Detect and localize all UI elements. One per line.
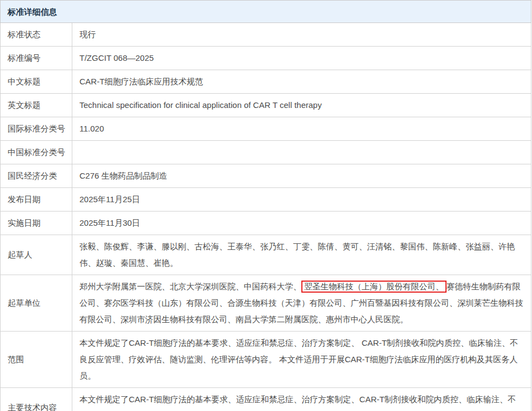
table-header-row: 标准详细信息 [1,1,531,23]
highlight-box: 翌圣生物科技（上海）股份有限公司、 [301,281,447,293]
field-label: 主要技术内容 [1,388,72,411]
field-value: 11.020 [72,117,531,141]
table-row-standard-number: 标准编号 T/ZGCIT 068—2025 [1,47,531,70]
table-row-scope: 范围 本文件规定了CAR-T细胞疗法的基本要求、适应症和禁忌症、治疗方案制定、 … [1,332,531,388]
field-value: 本文件规定了CAR-T细胞疗法的基本要求、适应症和禁忌症、治疗方案制定、 CAR… [72,332,531,388]
field-label: 起草人 [1,235,72,275]
field-value: T/ZGCIT 068—2025 [72,47,531,70]
table-row-economy-category: 国民经济分类 C276 生物药品制品制造 [1,164,531,188]
field-value: Technical specification for clinical app… [72,94,531,117]
field-label: 国民经济分类 [1,164,72,188]
field-label: 发布日期 [1,188,72,212]
org-list-prefix: 郑州大学附属第一医院、北京大学深圳医院、中国药科大学、 [79,282,301,291]
field-label: 英文标题 [1,94,72,117]
field-label: 实施日期 [1,212,72,235]
field-value [72,141,531,164]
field-value: CAR-T细胞疗法临床应用技术规范 [72,70,531,94]
field-value: C276 生物药品制品制造 [72,164,531,188]
field-label: 起草单位 [1,275,72,332]
table-row-ccs-number: 中国标准分类号 [1,141,531,164]
table-row-chinese-title: 中文标题 CAR-T细胞疗法临床应用技术规范 [1,70,531,94]
table-row-main-technical-content: 主要技术内容 本文件规定了CAR-T细胞疗法的基本要求、适应症和禁忌症、治疗方案… [1,388,531,411]
field-label: 中文标题 [1,70,72,94]
field-value: 2025年11月25日 [72,188,531,212]
table-row-standard-status: 标准状态 现行 [1,23,531,47]
table-row-drafters: 起草人 张毅、陈俊辉、李谦、滕以刚、古松海、王泰华、张乃红、丁雯、陈倩、黄可、汪… [1,235,531,275]
field-label: 国际标准分类号 [1,117,72,141]
field-value: 2025年11月30日 [72,212,531,235]
field-value: 张毅、陈俊辉、李谦、滕以刚、古松海、王泰华、张乃红、丁雯、陈倩、黄可、汪清铭、黎… [72,235,531,275]
field-value: 现行 [72,23,531,47]
table-row-publish-date: 发布日期 2025年11月25日 [1,188,531,212]
field-label: 范围 [1,332,72,388]
field-value: 本文件规定了CAR-T细胞疗法的基本要求、适应症和禁忌症、治疗方案制定、CAR-… [72,388,531,411]
table-row-english-title: 英文标题 Technical specification for clinica… [1,94,531,117]
field-label: 标准状态 [1,23,72,47]
standard-info-table: 标准详细信息 标准状态 现行 标准编号 T/ZGCIT 068—2025 中文标… [0,0,531,411]
standard-detail-page: 标准详细信息 标准状态 现行 标准编号 T/ZGCIT 068—2025 中文标… [0,0,532,411]
table-row-drafting-organizations: 起草单位 郑州大学附属第一医院、北京大学深圳医院、中国药科大学、翌圣生物科技（上… [1,275,531,332]
field-label: 中国标准分类号 [1,141,72,164]
table-row-implement-date: 实施日期 2025年11月30日 [1,212,531,235]
field-value: 郑州大学附属第一医院、北京大学深圳医院、中国药科大学、翌圣生物科技（上海）股份有… [72,275,531,332]
page-title: 标准详细信息 [1,1,531,23]
field-label: 标准编号 [1,47,72,70]
table-row-ics-number: 国际标准分类号 11.020 [1,117,531,141]
